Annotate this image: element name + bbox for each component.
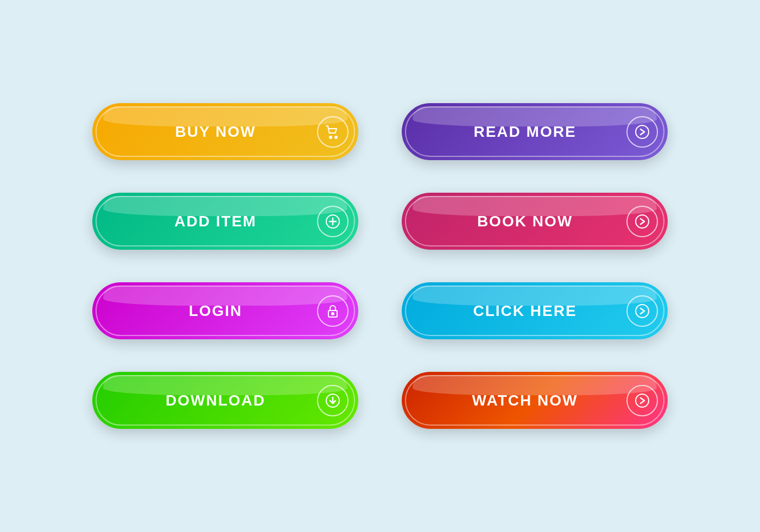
click-here-button[interactable]: CLICK HERE xyxy=(402,282,668,339)
login-button[interactable]: LOGIN xyxy=(92,282,358,339)
add-item-label: ADD ITEM xyxy=(114,213,317,230)
buy-now-label: BUY NOW xyxy=(114,123,317,141)
add-item-button[interactable]: ADD ITEM xyxy=(92,193,358,250)
buy-now-button[interactable]: BUY NOW xyxy=(92,103,358,160)
chevron-right-icon-4 xyxy=(626,385,658,416)
button-grid: BUY NOW READ MORE ADD ITEM xyxy=(71,81,689,451)
cart-icon xyxy=(317,116,349,148)
plus-circle-icon xyxy=(317,206,349,237)
svg-point-1 xyxy=(335,136,337,138)
svg-point-9 xyxy=(636,305,649,318)
svg-point-6 xyxy=(636,215,649,228)
book-now-button[interactable]: BOOK NOW xyxy=(402,193,668,250)
chevron-right-icon xyxy=(626,116,658,148)
download-label: DOWNLOAD xyxy=(114,392,317,409)
read-more-button[interactable]: READ MORE xyxy=(402,103,668,160)
chevron-right-icon-3 xyxy=(626,295,658,327)
watch-now-button[interactable]: WATCH NOW xyxy=(402,372,668,429)
svg-point-8 xyxy=(332,313,334,315)
chevron-right-icon-2 xyxy=(626,206,658,237)
svg-point-12 xyxy=(636,394,649,407)
download-button[interactable]: DOWNLOAD xyxy=(92,372,358,429)
watch-now-label: WATCH NOW xyxy=(423,392,626,409)
login-label: LOGIN xyxy=(114,302,317,320)
book-now-label: BOOK NOW xyxy=(423,213,626,230)
read-more-label: READ MORE xyxy=(423,123,626,141)
svg-point-0 xyxy=(330,136,332,138)
svg-point-2 xyxy=(636,125,649,138)
lock-icon xyxy=(317,295,349,327)
click-here-label: CLICK HERE xyxy=(423,302,626,320)
download-icon xyxy=(317,385,349,416)
